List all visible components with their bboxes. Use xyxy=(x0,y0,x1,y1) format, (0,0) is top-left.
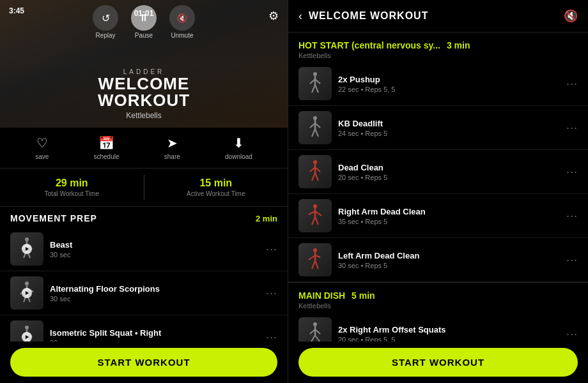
svg-rect-30 xyxy=(313,160,317,164)
exercise-thumbnail xyxy=(298,155,332,188)
replay-button[interactable]: ↺ Replay xyxy=(93,5,118,39)
hot-start-title: HOT START (central nervous sy... 3 min xyxy=(298,40,470,50)
download-button[interactable]: ⬇ download xyxy=(225,135,252,160)
replay-icon: ↺ xyxy=(93,5,118,31)
list-item[interactable]: 2x Right Arm Offset Squats 20 sec • Reps… xyxy=(288,312,588,342)
more-options-button[interactable]: ··· xyxy=(566,253,578,267)
svg-line-52 xyxy=(311,335,315,342)
heart-icon: ♡ xyxy=(36,135,48,151)
back-button[interactable]: ‹ xyxy=(298,10,302,23)
more-options-button[interactable]: ··· xyxy=(566,165,578,179)
exercise-info: Right Arm Dead Clean 35 sec • Reps 5 xyxy=(338,207,560,225)
exercise-info: Alternating Floor Scorpions 30 sec xyxy=(50,284,259,303)
svg-line-38 xyxy=(309,211,315,214)
main-dish-title: MAIN DISH 5 min xyxy=(298,290,375,301)
list-item[interactable]: Right Arm Dead Clean 35 sec • Reps 5 ··· xyxy=(288,194,588,238)
more-options-button[interactable]: ··· xyxy=(266,287,277,300)
exercise-thumbnail xyxy=(298,317,332,342)
download-icon: ⬇ xyxy=(233,135,244,151)
list-item[interactable]: Left Arm Dead Clean 30 sec • Reps 5 ··· xyxy=(288,238,588,282)
svg-rect-12 xyxy=(25,326,29,329)
svg-line-47 xyxy=(315,261,318,269)
right-start-btn-container: START WORKOUT xyxy=(288,342,588,383)
more-options-button[interactable]: ··· xyxy=(266,331,277,342)
list-item[interactable]: 2x Pushup 22 sec • Reps 5, 5 ··· xyxy=(288,62,588,106)
svg-line-28 xyxy=(312,129,315,137)
share-icon: ➤ xyxy=(167,135,178,151)
exercise-info: KB Deadlift 24 sec • Reps 5 xyxy=(338,119,560,137)
svg-rect-42 xyxy=(313,248,317,252)
svg-rect-18 xyxy=(313,72,317,76)
action-bar: ♡ save 📅 schedule ➤ share ⬇ download xyxy=(0,128,288,169)
schedule-button[interactable]: 📅 schedule xyxy=(94,135,120,160)
exercise-thumbnail xyxy=(298,199,332,232)
list-item[interactable]: Isometric Split Squat • Right 30 sec ··· xyxy=(0,315,288,342)
svg-line-34 xyxy=(312,173,315,181)
more-options-button[interactable]: ··· xyxy=(566,327,578,341)
exercise-info: Dead Clean 20 sec • Reps 5 xyxy=(338,163,560,181)
svg-line-41 xyxy=(315,217,318,225)
svg-line-53 xyxy=(315,335,320,342)
hero-section: 3:45 ↺ Replay ⏸ Pause 🔇 Unmute 01:01 ⚙ L… xyxy=(0,0,288,128)
list-item[interactable]: Dead Clean 20 sec • Reps 5 ··· xyxy=(288,150,588,194)
active-workout-stat: 15 min Active Workout Time xyxy=(144,175,288,200)
exercise-list: Beast 30 sec ··· Alternating Floor Scorp… xyxy=(0,227,288,342)
main-dish-header: MAIN DISH 5 min Kettlebells xyxy=(288,282,588,312)
svg-line-23 xyxy=(315,85,318,93)
more-options-button[interactable]: ··· xyxy=(266,243,277,256)
unmute-icon: 🔇 xyxy=(169,5,195,31)
list-item[interactable]: KB Deadlift 24 sec • Reps 5 ··· xyxy=(288,106,588,150)
start-btn-container: START WORKOUT xyxy=(0,342,288,383)
hero-subtitle: Kettlebells xyxy=(126,111,161,120)
settings-button[interactable]: ⚙ xyxy=(268,9,279,23)
time-display: 3:45 xyxy=(9,6,24,15)
svg-line-40 xyxy=(312,217,315,225)
exercise-thumbnail xyxy=(10,232,43,266)
ladder-label: LADDER xyxy=(98,68,190,75)
total-workout-stat: 29 min Total Workout Time xyxy=(0,175,144,200)
exercise-info: Left Arm Dead Clean 30 sec • Reps 5 xyxy=(338,251,560,269)
svg-line-22 xyxy=(312,85,315,93)
save-button[interactable]: ♡ save xyxy=(35,135,49,160)
svg-rect-48 xyxy=(313,322,317,326)
svg-rect-24 xyxy=(313,116,317,120)
svg-line-35 xyxy=(315,173,318,181)
exercise-thumbnail xyxy=(298,243,332,276)
svg-rect-0 xyxy=(25,237,29,241)
workout-title: WELCOME WORKOUT xyxy=(98,75,190,109)
more-options-button[interactable]: ··· xyxy=(566,209,578,223)
exercise-thumbnail xyxy=(298,111,332,144)
unmute-button[interactable]: 🔇 Unmute xyxy=(169,5,195,39)
left-panel: 3:45 ↺ Replay ⏸ Pause 🔇 Unmute 01:01 ⚙ L… xyxy=(0,0,288,383)
hero-title: LADDER WELCOME WORKOUT xyxy=(98,68,190,109)
exercise-info: Beast 30 sec xyxy=(50,240,259,259)
list-item[interactable]: Beast 30 sec ··· xyxy=(0,227,288,271)
calendar-icon: 📅 xyxy=(98,135,114,151)
svg-rect-6 xyxy=(25,282,29,285)
exercise-thumbnail xyxy=(10,276,43,310)
mute-button[interactable]: 🔇 xyxy=(564,9,578,23)
exercise-thumbnail xyxy=(298,67,332,100)
svg-line-39 xyxy=(315,211,321,216)
right-start-workout-button[interactable]: START WORKOUT xyxy=(298,348,578,377)
more-options-button[interactable]: ··· xyxy=(566,77,578,91)
right-panel: ‹ WELCOME WORKOUT 🔇 HOT START (central n… xyxy=(288,0,588,383)
exercise-info: Isometric Split Squat • Right 30 sec xyxy=(50,328,259,342)
right-header: ‹ WELCOME WORKOUT 🔇 xyxy=(288,0,588,33)
svg-line-29 xyxy=(315,129,318,137)
exercise-info: 2x Right Arm Offset Squats 20 sec • Reps… xyxy=(338,325,560,342)
exercise-thumbnail xyxy=(10,320,43,342)
right-exercise-list: 2x Pushup 22 sec • Reps 5, 5 ··· KB Dead… xyxy=(288,62,588,342)
svg-line-46 xyxy=(312,261,315,269)
movement-prep-header: MOVEMENT PREP 2 min xyxy=(0,207,288,227)
list-item[interactable]: Alternating Floor Scorpions 30 sec ··· xyxy=(0,271,288,315)
svg-rect-36 xyxy=(313,204,317,208)
svg-line-44 xyxy=(309,255,315,260)
share-button[interactable]: ➤ share xyxy=(164,135,180,160)
more-options-button[interactable]: ··· xyxy=(566,121,578,135)
hot-start-header: HOT START (central nervous sy... 3 min K… xyxy=(288,33,588,62)
timer-display: 01:01 xyxy=(134,9,154,18)
start-workout-button[interactable]: START WORKOUT xyxy=(10,348,277,377)
stats-row: 29 min Total Workout Time 15 min Active … xyxy=(0,169,288,207)
exercise-info: 2x Pushup 22 sec • Reps 5, 5 xyxy=(338,75,560,93)
